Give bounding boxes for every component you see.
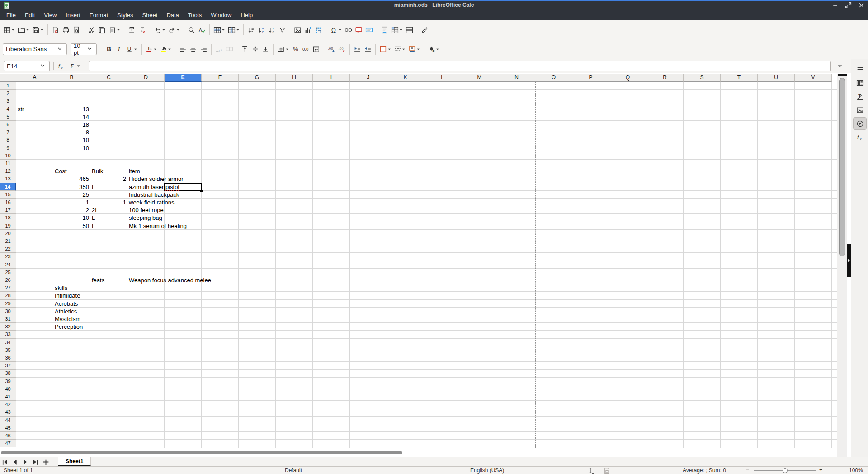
select-sum-icon[interactable]: Σ [67,61,82,71]
add-sheet-button[interactable] [40,457,52,466]
row-header-12[interactable]: 12 [0,167,16,175]
vertical-scrollbar-thumb[interactable] [839,78,845,256]
cell-B18[interactable]: 10 [53,214,89,222]
cell-B13[interactable]: 465 [53,175,89,183]
column-header-L[interactable]: L [424,74,461,82]
cell-B15[interactable]: 25 [53,191,89,199]
font-name-combo[interactable]: Liberation Sans [3,43,67,55]
row-header-7[interactable]: 7 [0,128,16,136]
column-header-T[interactable]: T [721,74,758,82]
menu-sheet[interactable]: Sheet [137,10,162,20]
row-header-9[interactable]: 9 [0,144,16,152]
cell-B17[interactable]: 2 [53,206,89,214]
column-header-O[interactable]: O [535,74,572,82]
function-wizard-icon[interactable]: fx [56,61,66,71]
border-color-icon[interactable] [407,43,421,56]
minimize-button[interactable] [831,1,839,9]
column-header-R[interactable]: R [646,74,684,82]
row-header-30[interactable]: 30 [0,308,16,315]
merge-cells-icon[interactable] [224,43,235,56]
font-color-icon[interactable]: T [144,43,158,56]
column-header-G[interactable]: G [239,74,276,82]
headers-footers-icon[interactable] [379,24,390,36]
cell-D14[interactable]: azimuth laser pistol [129,183,179,191]
row-header-16[interactable]: 16 [0,199,16,206]
cell-B6[interactable]: 18 [53,121,89,128]
paste-icon[interactable] [107,24,122,36]
grid-cells[interactable]: str13141881010CostBulkitem4652Hidden sol… [16,82,837,448]
special-character-icon[interactable]: Ω [329,24,343,36]
cell-C17[interactable]: 2L [92,206,98,214]
row-header-15[interactable]: 15 [0,191,16,199]
first-sheet-button[interactable] [0,457,10,466]
autofilter-icon[interactable] [277,24,288,36]
zoom-in-icon[interactable]: + [819,467,822,473]
center-vertically-icon[interactable] [250,43,260,56]
save-icon[interactable] [31,24,45,36]
cell-B19[interactable]: 50 [53,222,89,230]
row-header-18[interactable]: 18 [0,214,16,222]
close-button[interactable] [858,1,865,9]
vertical-scrollbar-split-handle[interactable] [838,74,847,76]
cell-D26[interactable]: Weapon focus advanced melee [129,276,211,284]
column-header-P[interactable]: P [572,74,609,82]
row-header-32[interactable]: 32 [0,323,16,331]
menu-format[interactable]: Format [85,10,113,20]
column-header-F[interactable]: F [202,74,239,82]
sidebar-properties-icon[interactable] [853,76,867,89]
cell-C12[interactable]: Bulk [92,167,103,175]
column-header-H[interactable]: H [276,74,313,82]
row-header-17[interactable]: 17 [0,206,16,214]
cell-B30[interactable]: Athletics [55,308,77,315]
format-date-icon[interactable] [311,43,321,56]
row-header-6[interactable]: 6 [0,121,16,128]
insert-comment-icon[interactable] [354,24,364,36]
zoom-out-icon[interactable]: − [746,467,749,473]
menu-file[interactable]: File [2,10,20,20]
row-header-42[interactable]: 42 [0,401,16,408]
sidebar-navigator-icon[interactable] [853,117,867,130]
decrease-indent-icon[interactable] [363,43,373,56]
align-center-icon[interactable] [188,43,198,56]
row-header-10[interactable]: 10 [0,152,16,160]
cell-B31[interactable]: Mysticism [55,315,80,323]
cell-B27[interactable]: skills [55,284,67,292]
cell-B28[interactable]: Intimidate [55,292,80,299]
new-icon[interactable] [2,24,16,36]
cell-D19[interactable]: Mk 1 serum of healing [129,222,187,230]
dropdown-arrow-icon[interactable] [236,28,240,32]
align-right-icon[interactable] [198,43,209,56]
cell-D17[interactable]: 100 feet rope [129,206,164,214]
cell-A4[interactable]: str [18,105,24,113]
row-header-19[interactable]: 19 [0,222,16,230]
clear-formatting-icon[interactable] [137,24,147,36]
cell-B8[interactable]: 10 [53,136,89,144]
row-header-3[interactable]: 3 [0,97,16,105]
dropdown-arrow-icon[interactable] [162,28,165,32]
format-percent-icon[interactable]: % [290,43,301,56]
column-header-D[interactable]: D [127,74,165,82]
row-header-21[interactable]: 21 [0,237,16,245]
copy-icon[interactable] [97,24,107,36]
column-header-B[interactable]: B [53,74,90,82]
menu-view[interactable]: View [39,10,61,20]
column-header-I[interactable]: I [313,74,350,82]
row-header-4[interactable]: 4 [0,105,16,113]
sheet-tab-sheet1[interactable]: Sheet1 [58,457,91,466]
sidebar-functions-icon[interactable]: fx [853,131,867,143]
delete-decimal-place-icon[interactable]: .00 [337,43,347,56]
sort-descending-icon[interactable]: za [267,24,277,36]
row-header-22[interactable]: 22 [0,245,16,253]
row-header-40[interactable]: 40 [0,385,16,393]
font-size-combo[interactable]: 10 pt [71,43,97,55]
insert-hyperlink-icon[interactable] [343,24,354,36]
row-header-26[interactable]: 26 [0,276,16,284]
column-header-C[interactable]: C [90,74,127,82]
row-header-27[interactable]: 27 [0,284,16,292]
sidebar-hide-show-toggle[interactable] [847,244,851,277]
dropdown-arrow-icon[interactable] [168,47,171,51]
cell-B14[interactable]: 350 [53,183,89,191]
name-box[interactable]: E14 [4,61,50,71]
previous-sheet-button[interactable] [10,457,20,466]
dropdown-arrow-icon[interactable] [399,28,403,32]
